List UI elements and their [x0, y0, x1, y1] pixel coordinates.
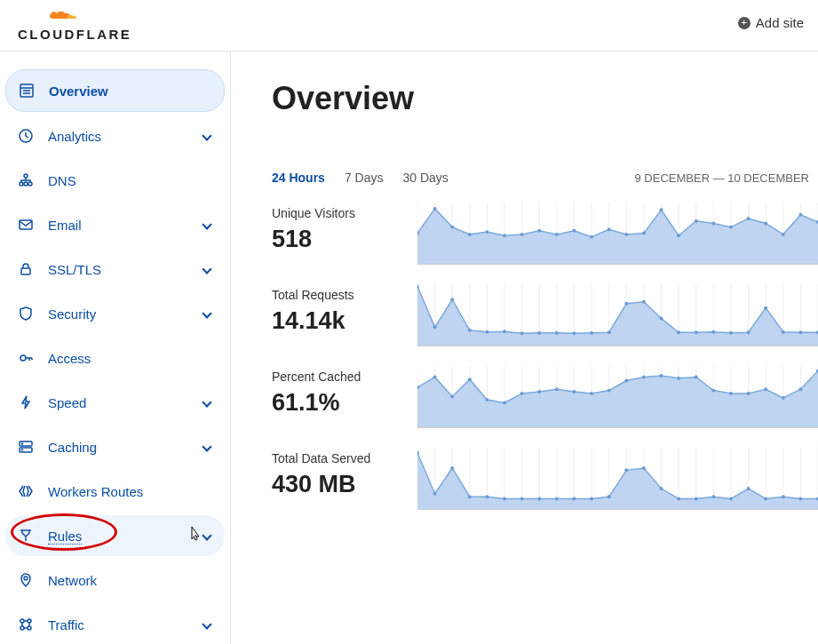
svg-point-192: [468, 495, 472, 498]
svg-point-48: [468, 233, 472, 236]
stat-label: Total Requests: [272, 288, 417, 302]
chevron-down-icon: [202, 397, 211, 407]
page-title: Overview: [272, 80, 818, 117]
stat-label: Unique Visitors: [272, 206, 417, 220]
chart-unique-visitors: [417, 203, 818, 265]
svg-point-14: [22, 443, 23, 444]
svg-point-66: [782, 233, 785, 236]
svg-point-158: [711, 389, 715, 393]
plus-circle-icon: +: [738, 17, 750, 29]
svg-point-103: [590, 331, 593, 335]
rules-icon: [16, 526, 36, 545]
chevron-down-icon: [202, 619, 211, 629]
sidebar-item-caching[interactable]: Caching: [5, 426, 225, 467]
lock-icon: [16, 259, 36, 279]
sidebar-item-ssltls[interactable]: SSL/TLS: [5, 249, 225, 290]
bolt-icon: [16, 393, 36, 412]
svg-point-104: [608, 330, 611, 334]
svg-point-202: [642, 466, 646, 470]
sidebar-item-email[interactable]: Email: [5, 204, 225, 245]
svg-point-105: [624, 302, 628, 306]
svg-point-5: [24, 174, 28, 178]
svg-point-7: [24, 182, 28, 186]
svg-point-146: [503, 401, 506, 404]
svg-point-190: [433, 492, 437, 496]
sidebar-item-overview[interactable]: Overview: [5, 69, 225, 112]
date-range-label: 9 DECEMBER — 10 DECEMBER: [635, 171, 810, 185]
body: Overview Analytics DNS: [0, 52, 818, 644]
svg-point-151: [590, 392, 593, 395]
svg-point-197: [555, 497, 559, 500]
sidebar-item-label: Caching: [48, 440, 203, 455]
svg-point-52: [537, 229, 541, 233]
svg-point-157: [695, 375, 698, 378]
svg-point-203: [660, 487, 663, 490]
svg-point-96: [468, 329, 472, 332]
range-7d[interactable]: 7 Days: [345, 171, 384, 185]
svg-point-97: [485, 330, 488, 334]
svg-point-54: [573, 229, 576, 233]
svg-point-210: [782, 495, 785, 498]
workers-icon: [16, 481, 36, 501]
range-24h[interactable]: 24 Hours: [272, 171, 325, 185]
svg-point-46: [433, 207, 437, 211]
brand-logo[interactable]: CLOUDFLARE: [18, 4, 131, 41]
svg-point-147: [520, 392, 524, 395]
svg-point-162: [782, 396, 785, 400]
svg-point-114: [782, 330, 785, 334]
analytics-icon: [16, 126, 36, 146]
svg-point-107: [660, 316, 663, 320]
svg-point-144: [468, 378, 472, 381]
svg-point-16: [24, 576, 28, 580]
chevron-down-icon: [202, 530, 211, 540]
svg-point-115: [798, 330, 802, 334]
svg-point-196: [537, 497, 541, 500]
svg-point-113: [764, 306, 767, 310]
stat-total-data-served: Total Data Served 430 MB: [272, 448, 818, 510]
svg-point-101: [555, 331, 559, 335]
sidebar-item-label: SSL/TLS: [48, 262, 203, 277]
range-30d[interactable]: 30 Days: [403, 171, 449, 185]
add-site-button[interactable]: + Add site: [738, 15, 804, 30]
svg-point-160: [747, 392, 750, 395]
svg-point-206: [711, 495, 715, 498]
svg-point-195: [520, 497, 524, 500]
sidebar-item-label: Email: [48, 218, 203, 233]
sidebar-item-speed[interactable]: Speed: [5, 382, 225, 423]
sidebar-item-access[interactable]: Access: [5, 338, 225, 378]
sidebar-item-analytics[interactable]: Analytics: [5, 115, 225, 156]
svg-point-98: [503, 330, 506, 333]
svg-point-18: [28, 619, 31, 623]
svg-rect-10: [21, 268, 30, 274]
svg-point-108: [677, 330, 680, 334]
chart-total-data-served: [417, 448, 818, 510]
chevron-down-icon: [202, 131, 211, 140]
svg-point-204: [677, 497, 680, 500]
svg-point-145: [485, 398, 488, 402]
svg-point-193: [485, 495, 488, 498]
sidebar-item-dns[interactable]: DNS: [5, 160, 225, 201]
sidebar-item-label: Security: [48, 306, 203, 322]
sidebar-item-network[interactable]: Network: [5, 560, 225, 600]
sidebar-item-traffic[interactable]: Traffic: [5, 604, 225, 644]
svg-point-57: [624, 233, 628, 236]
overview-icon: [17, 81, 36, 100]
svg-point-15: [22, 449, 23, 450]
sidebar-item-workers-routes[interactable]: Workers Routes: [5, 471, 225, 512]
stat-label: Total Data Served: [272, 451, 417, 465]
svg-point-8: [28, 182, 32, 186]
chevron-down-icon: [202, 308, 211, 318]
svg-point-148: [537, 390, 541, 394]
svg-point-95: [450, 298, 454, 301]
sidebar-item-label: Analytics: [48, 129, 203, 144]
caching-icon: [16, 437, 36, 457]
sidebar-item-label: Access: [48, 351, 214, 366]
stat-unique-visitors: Unique Visitors 518: [272, 203, 818, 265]
stat-value: 518: [272, 226, 417, 253]
svg-point-64: [747, 217, 750, 220]
svg-point-150: [573, 390, 576, 394]
sidebar-item-security[interactable]: Security: [5, 293, 225, 334]
sidebar-item-label: Speed: [48, 395, 203, 410]
svg-point-59: [660, 208, 663, 211]
sidebar-item-rules[interactable]: Rules: [5, 515, 225, 556]
